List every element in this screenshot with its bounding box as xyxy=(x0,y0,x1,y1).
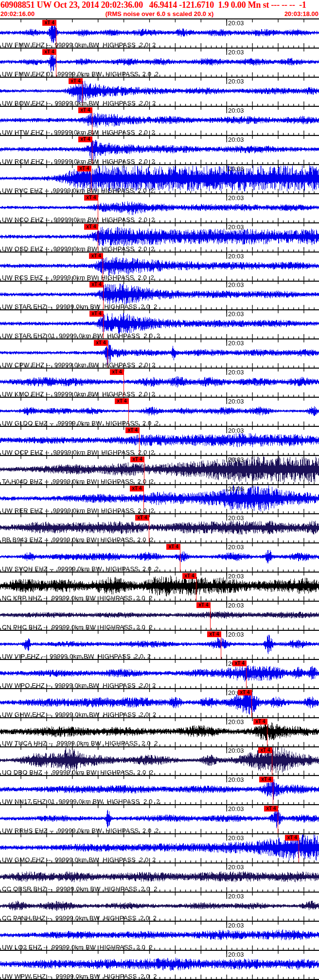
pick-flag[interactable]: xT 4 xyxy=(94,340,108,346)
station-label: UW NN17 EHZ 01 99999.0km BW HIGHPASS 2.0… xyxy=(2,798,160,805)
pick-flag[interactable]: xT 4 xyxy=(130,486,144,491)
trace-row-22[interactable]: 20:03 xT 4 UW VIP EHZ -- 99999.0km BW HI… xyxy=(0,631,319,660)
station-label: UW TUCA HHZ -- 99999.0km BW HIGHPASS 2.0… xyxy=(2,740,158,747)
minute-tick-label: 20:03 xyxy=(228,194,244,202)
pick-line-marker xyxy=(278,811,278,833)
trace-row-18[interactable]: 20:03 xT 4 PB B943 EHZ -- 99999.0km BW H… xyxy=(0,514,319,543)
station-label: CN PHC BHZ -- 99999.0km BW HIGHPASS 2.0 … xyxy=(2,624,153,631)
trace-row-9[interactable]: 20:03 xT 4 UW RCS EHZ -- 99999.0km BW HI… xyxy=(0,253,319,282)
minute-tick-label: 20:03 xyxy=(228,602,244,609)
minute-tick-label: 20:03 xyxy=(228,747,244,754)
station-label: UW RCS EHZ -- 99999.0km BW HIGHPASS 2.0 … xyxy=(2,274,154,281)
trace-row-24[interactable]: 20:03 xT 4 UW GHW EHZ -- 99999.0km BW HI… xyxy=(0,689,319,718)
trace-row-8[interactable]: 20:03 xT 4 UW OSD EHZ -- 99999.0km BW HI… xyxy=(0,223,319,253)
trace-row-21[interactable]: 20:03 xT 4 CN PHC BHZ -- 99999.0km BW HI… xyxy=(0,602,319,631)
station-label: CC OBSR BHZ -- 99999.0km BW HIGHPASS 2.0… xyxy=(2,885,158,893)
pick-flag[interactable]: xT 4 xyxy=(78,107,92,113)
trace-row-12[interactable]: 20:03 xT 4 UW CPW EHZ -- 99999.0km BW HI… xyxy=(0,339,319,369)
pick-flag[interactable]: xT 4 xyxy=(77,166,91,171)
trace-row-19[interactable]: 20:03 xT 4 UW SVQH EHZ -- 99999.0km BW H… xyxy=(0,543,319,573)
pick-flag[interactable]: xT 4 xyxy=(264,806,278,811)
trace-row-3[interactable]: 20:03 xT 4 UW BOW EHZ -- 99999.0km BW HI… xyxy=(0,78,319,107)
pick-flag[interactable]: xT 4 xyxy=(115,398,129,404)
pick-flag[interactable]: xT 4 xyxy=(110,369,124,375)
trace-row-31[interactable]: 20:03 CC PANH BHZ -- 99999.0km BW HIGHPA… xyxy=(0,893,319,922)
pick-flag[interactable]: xT 4 xyxy=(207,631,221,637)
station-label: UO DBO BHZ -- 99999.0km BW HIGHPASS 2.0 … xyxy=(2,769,153,776)
station-label: UW FMW EHZ 01 99999.0km BW HIGHPASS 2.0 … xyxy=(2,70,159,78)
trace-row-29[interactable]: 20:03 xT 4 UW GMO EHZ -- 99999.0km BW HI… xyxy=(0,834,319,863)
station-label: UW WPW EHZ -- 99999.0km BW HIGHPASS 2.0 … xyxy=(2,973,157,980)
trace-row-5[interactable]: 20:03 xT 4 UW RCM EHZ -- 99999.0km BW HI… xyxy=(0,136,319,165)
minute-tick-label: 20:03 xyxy=(228,805,244,812)
pick-flag[interactable]: xT 4 xyxy=(89,282,104,287)
station-label: CC PANH BHZ -- 99999.0km BW HIGHPASS 2.0… xyxy=(2,914,157,922)
trace-row-14[interactable]: 20:03 xT 4 UW GLDO EHZ -- 99999.0km BW H… xyxy=(0,398,319,427)
minute-tick-label: 20:03 xyxy=(228,514,244,522)
pick-line-marker xyxy=(180,549,180,572)
trace-row-1[interactable]: 20:03 xT 4 UW FMW EHZ -- 99999.0km BW HI… xyxy=(0,19,319,49)
trace-row-15[interactable]: 20:03 xT 4 UW OCP EHZ -- 99999.0km BW HI… xyxy=(0,427,319,456)
trace-row-23[interactable]: 20:03 xT 4 UW WPO EHZ -- 99999.0km BW HI… xyxy=(0,660,319,689)
trace-row-32[interactable]: 20:03 UW LO2 EHZ -- 99999.0km BW HIGHPAS… xyxy=(0,922,319,951)
trace-row-6[interactable]: 20:03 xT 4 UW RVC EHZ -- 99999.0km BW HI… xyxy=(0,165,319,194)
trace-row-20[interactable]: 20:03 xT 4 NC KRP HHZ -- 99999.0km BW HI… xyxy=(0,573,319,602)
trace-row-4[interactable]: 20:03 xT 4 UW HTW EHZ -- 99999.0km BW HI… xyxy=(0,107,319,136)
pick-flag[interactable]: xT 4 xyxy=(78,136,92,142)
pick-flag[interactable]: xT 4 xyxy=(42,20,56,26)
trace-row-33[interactable]: 20:03 UW WPW EHZ -- 99999.0km BW HIGHPAS… xyxy=(0,951,319,980)
scaling-note: (RMS noise over 6.0 s scaled 20.0 x) xyxy=(106,10,214,18)
trace-list: 20:03 xT 4 UW FMW EHZ -- 99999.0km BW HI… xyxy=(0,18,319,980)
minute-tick-label: 20:03 xyxy=(228,951,244,958)
station-label: UW VIP EHZ -- 99999.0km BW HIGHPASS 2.0 … xyxy=(2,653,151,660)
pick-flag[interactable]: xT 4 xyxy=(182,573,196,579)
pick-flag[interactable]: xT 4 xyxy=(258,747,272,753)
trace-row-17[interactable]: 20:03 xT 4 UW RER EHZ -- 99999.0km BW HI… xyxy=(0,485,319,514)
pick-flag[interactable]: xT 4 xyxy=(125,427,140,433)
trace-row-26[interactable]: 20:03 xT 4 UO DBO BHZ -- 99999.0km BW HI… xyxy=(0,747,319,776)
pick-flag[interactable]: xT 4 xyxy=(166,544,180,550)
minute-tick-label: 20:03 xyxy=(228,49,244,56)
pick-flag[interactable]: xT 4 xyxy=(135,515,149,521)
pick-flag[interactable]: xT 4 xyxy=(232,660,247,666)
minute-tick-label: 20:03 xyxy=(228,253,244,260)
pick-line-marker xyxy=(196,578,196,601)
trace-row-11[interactable]: 20:03 xT 4 UW STAR EHZ 01 99999.0km BW H… xyxy=(0,310,319,339)
pick-flag[interactable]: xT 4 xyxy=(69,78,83,84)
station-label: PB B943 EHZ -- 99999.0km BW HIGHPASS 2.0… xyxy=(2,536,154,543)
pick-flag[interactable]: xT 4 xyxy=(42,49,56,55)
trace-row-7[interactable]: 20:03 xT 4 UW NCO EHZ -- 99999.0km BW HI… xyxy=(0,194,319,223)
pick-flag[interactable]: xT 4 xyxy=(259,777,273,782)
minute-tick-label: 20:03 xyxy=(228,223,244,231)
trace-row-30[interactable]: 20:03 CC OBSR BHZ -- 99999.0km BW HIGHPA… xyxy=(0,863,319,893)
minute-tick-label: 20:03 xyxy=(228,573,244,580)
station-label: UW KMO EHZ -- 99999.0km BW HIGHPASS 2.0 … xyxy=(2,390,155,398)
station-label: UW LO2 EHZ -- 99999.0km BW HIGHPASS 2.0 … xyxy=(2,944,153,951)
pick-flag[interactable]: xT 4 xyxy=(89,253,103,259)
pick-line-marker xyxy=(272,753,272,775)
minute-tick-label: 20:03 xyxy=(228,281,244,288)
trace-row-16[interactable]: 20:03 xT 4 TA H04D BHZ -- 99999.0km BW H… xyxy=(0,456,319,485)
pick-flag[interactable]: xT 4 xyxy=(84,224,98,230)
minute-tick-label: 20:03 xyxy=(228,543,244,551)
minute-tick-label: 20:03 xyxy=(228,369,244,376)
trace-row-27[interactable]: 20:03 xT 4 UW NN17 EHZ 01 99999.0km BW H… xyxy=(0,776,319,805)
trace-row-28[interactable]: 20:03 xT 4 UW RRHS EHZ -- 99999.0km BW H… xyxy=(0,805,319,834)
trace-row-10[interactable]: 20:03 xT 4 UW STAR EHZ -- 99999.0km BW H… xyxy=(0,281,319,310)
minute-tick-label: 20:03 xyxy=(228,310,244,318)
window-start-time: 20:02:16.00 xyxy=(0,10,35,18)
trace-row-2[interactable]: 20:03 xT 4 UW FMW EHZ 01 99999.0km BW HI… xyxy=(0,49,319,78)
pick-flag[interactable]: xT 4 xyxy=(253,719,267,725)
pick-flag[interactable]: xT 4 xyxy=(196,602,211,608)
trace-row-25[interactable]: 20:03 xT 4 UW TUCA HHZ -- 99999.0km BW H… xyxy=(0,718,319,747)
minute-tick-label: 20:03 xyxy=(228,339,244,347)
pick-flag[interactable]: xT 4 xyxy=(89,311,104,317)
pick-flag[interactable]: xT 4 xyxy=(285,835,299,841)
pick-flag[interactable]: xT 4 xyxy=(84,195,98,201)
minute-tick-label: 20:03 xyxy=(228,834,244,842)
station-label: UW OSD EHZ -- 99999.0km BW HIGHPASS 2.0 … xyxy=(2,245,155,253)
pick-flag[interactable]: xT 4 xyxy=(238,690,252,695)
trace-row-13[interactable]: 20:03 xT 4 UW KMO EHZ -- 99999.0km BW HI… xyxy=(0,369,319,398)
pick-flag[interactable]: xT 4 xyxy=(130,456,144,462)
minute-tick-label: 20:03 xyxy=(228,136,244,143)
